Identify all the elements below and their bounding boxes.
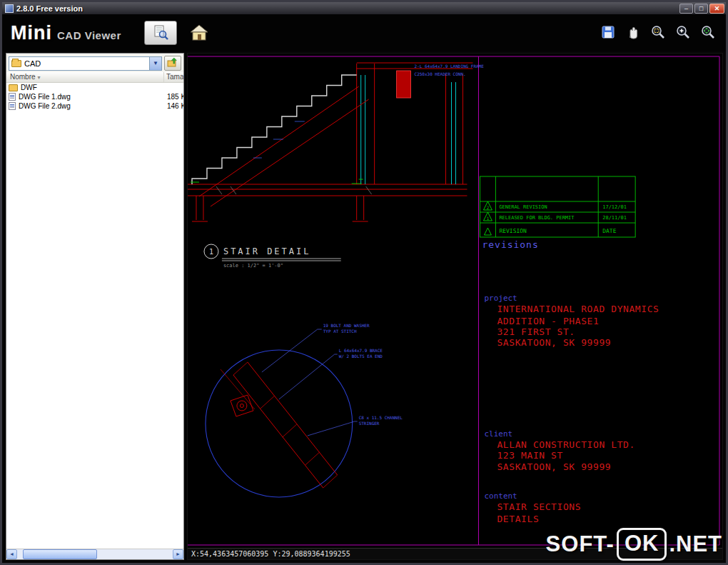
dropdown-arrow-icon[interactable]: ▼ (149, 57, 161, 70)
stair-section (191, 75, 372, 206)
list-item[interactable]: DWG File 1.dwg 185 K (6, 92, 183, 101)
folder-icon (11, 60, 21, 67)
client-line: 123 MAIN ST (497, 450, 563, 461)
content-line: STAIR SECTIONS (497, 501, 581, 512)
watermark: SOFT- OK .NET (546, 528, 722, 561)
column-header-size[interactable]: Tamaño (163, 72, 183, 82)
home-icon (189, 23, 209, 44)
minimize-button[interactable]: – (679, 4, 693, 14)
watermark-ok-box: OK (617, 528, 667, 561)
top-notes: 2-L 64x64x7.9 LANDING FRAME C250x30 HEAD… (415, 64, 485, 76)
sort-arrow-icon: ▾ (38, 74, 41, 81)
project-line: ADDITION - PHASE1 (497, 316, 599, 326)
browse-files-icon (152, 24, 169, 43)
project-line: SASKATOON, SK 99999 (497, 337, 611, 348)
browse-files-button[interactable] (144, 21, 177, 45)
watermark-prefix: SOFT- (546, 531, 615, 557)
pan-button[interactable] (624, 24, 642, 42)
watermark-suffix: .NET (669, 531, 722, 557)
file-size: 146 K (167, 102, 183, 110)
file-list-header: Nombre▾ Tamaño (6, 72, 183, 83)
revision-desc: RELEASED FOR BLDG. PERMIT (499, 215, 575, 221)
file-name: DWF (21, 84, 37, 91)
detail-scale: scale : 1/2" = 1'-0" (223, 263, 283, 269)
folder-picker-row: CAD ▼ (6, 54, 183, 72)
callout-text: 19 BOLT AND WASHER (323, 323, 370, 328)
zoom-extents-button[interactable] (699, 24, 717, 42)
callout-text: STRINGER (359, 421, 380, 426)
top-note: C250x30 HEADER CONN. (415, 71, 466, 76)
hand-icon (625, 24, 641, 42)
callout-text: TYP AT STITCH (323, 329, 357, 334)
content-line: DETAILS (497, 514, 539, 524)
file-list: DWF DWG File 1.dwg 185 K DWG File 2.dwg … (6, 83, 183, 549)
column-header-name[interactable]: Nombre▾ (6, 72, 163, 82)
scroll-left-button[interactable]: ◄ (6, 549, 17, 559)
logo-cad-viewer: CAD Viewer (57, 29, 121, 41)
toolbar: Mini CAD Viewer (2, 14, 726, 51)
title-block: project INTERNATIONAL ROAD DYNAMICS ADDI… (484, 294, 659, 524)
revision-table: 2 1 GENERAL REVISION 17/12/01 RELEASED F… (480, 176, 635, 250)
up-one-level-button[interactable] (164, 56, 181, 71)
columns (357, 63, 473, 184)
main-area: CAD ▼ Nombre▾ Tamaño (2, 51, 726, 563)
list-item[interactable]: DWG File 2.dwg 146 K (6, 101, 183, 111)
revision-date: 17/12/01 (602, 204, 627, 210)
content-label: content (484, 491, 517, 501)
scrollbar-thumb[interactable] (23, 549, 97, 559)
client-label: client (484, 429, 512, 439)
client-line: SASKATOON, SK 99999 (497, 461, 611, 472)
callout-text: W/ 2 BOLTS EA END (339, 354, 383, 359)
zoom-extents-icon (700, 24, 716, 42)
file-size: 185 K (167, 93, 183, 101)
detail-title: STAIR DETAIL (223, 246, 310, 256)
revision-desc: GENERAL REVISION (499, 204, 547, 210)
revision-header-date: DATE (602, 228, 616, 234)
callout-text: L 64x64x7.9 BRACE (339, 348, 383, 353)
list-item[interactable]: DWF (6, 83, 183, 92)
save-button[interactable] (599, 24, 617, 42)
project-label: project (484, 294, 517, 303)
project-line: INTERNATIONAL ROAD DYNAMICS (497, 304, 659, 314)
file-browser-panel: CAD ▼ Nombre▾ Tamaño (6, 53, 184, 560)
detail-number: 1 (209, 248, 213, 256)
dwg-file-icon (9, 93, 16, 101)
app-icon (5, 4, 14, 13)
toolbar-right-group (599, 24, 717, 42)
scrollbar-track[interactable] (17, 549, 173, 559)
zoom-window-button[interactable] (649, 24, 667, 42)
revision-header-desc: REVISION (499, 228, 527, 234)
file-name: DWG File 1.dwg (19, 93, 71, 101)
top-note: 2-L 64x64x7.9 LANDING FRAME (415, 64, 485, 69)
revision-date: 28/11/01 (602, 215, 627, 221)
revision-number: 2 (487, 205, 490, 210)
sheet-border (188, 56, 719, 545)
zoom-in-button[interactable] (674, 24, 692, 42)
project-line: 321 FIRST ST. (497, 326, 575, 337)
zoom-in-icon (675, 24, 691, 42)
scroll-right-button[interactable]: ► (173, 549, 183, 559)
titlebar[interactable]: 2.8.0 Free version – □ ✕ (2, 2, 726, 14)
file-name: DWG File 2.dwg (19, 102, 71, 110)
home-button[interactable] (190, 24, 208, 42)
callout-text: C8 x 11.5 CHANNEL (359, 415, 403, 420)
revisions-heading: revisions (482, 239, 538, 250)
client-line: ALLAN CONSTRUCTION LTD. (497, 439, 635, 450)
maximize-button[interactable]: □ (694, 4, 708, 14)
floor-beam (188, 184, 467, 221)
close-button[interactable]: ✕ (709, 4, 724, 14)
column-name-label: Nombre (10, 73, 36, 81)
folder-select-value: CAD (24, 59, 149, 68)
folder-icon (9, 84, 18, 91)
revision-number: 1 (487, 216, 490, 221)
folder-up-icon (167, 57, 178, 69)
detail-label: 1 STAIR DETAIL scale : 1/2" = 1'-0" (204, 244, 341, 269)
cad-drawing: 2-L 64x64x7.9 LANDING FRAME C250x30 HEAD… (188, 54, 722, 548)
dwg-file-icon (9, 102, 16, 110)
window-title: 2.8.0 Free version (16, 4, 678, 13)
folder-select[interactable]: CAD ▼ (9, 56, 162, 71)
logo-mini: Mini (11, 22, 52, 44)
horizontal-scrollbar[interactable]: ◄ ► (6, 549, 183, 559)
cad-viewport[interactable]: 2-L 64x64x7.9 LANDING FRAME C250x30 HEAD… (187, 53, 723, 560)
zoom-window-icon (650, 24, 666, 42)
